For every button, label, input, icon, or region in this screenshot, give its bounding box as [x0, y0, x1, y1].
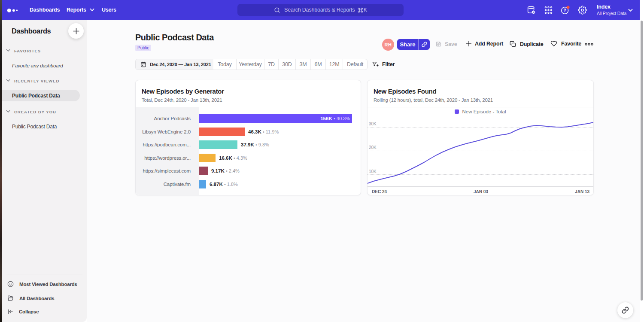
svg-text:?: ? [564, 8, 566, 13]
